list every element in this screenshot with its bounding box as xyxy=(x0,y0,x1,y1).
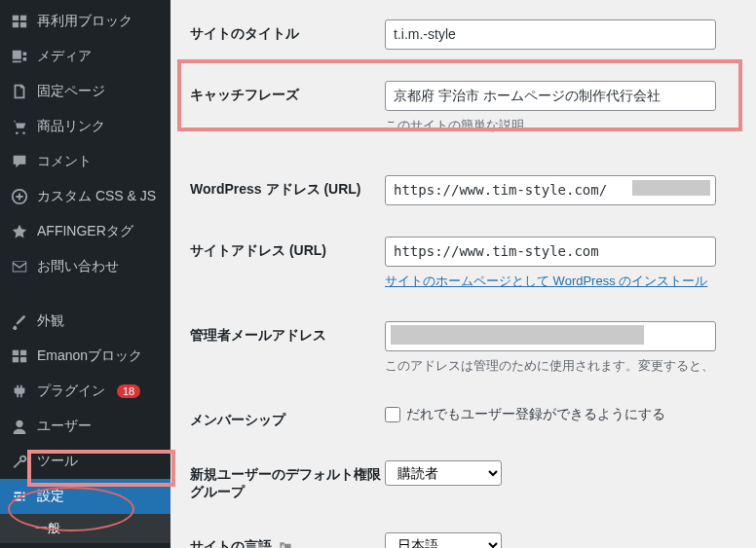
svg-rect-5 xyxy=(13,350,19,355)
label-wp-address: WordPress アドレス (URL) xyxy=(190,175,385,205)
label-default-role: 新規ユーザーのデフォルト権限グループ xyxy=(190,460,385,501)
translate-icon xyxy=(278,540,293,548)
svg-rect-2 xyxy=(13,22,19,27)
sidebar-item-tools[interactable]: ツール xyxy=(0,444,170,479)
sidebar-item-label: メディア xyxy=(37,48,92,65)
page-icon xyxy=(10,82,29,101)
plugin-icon xyxy=(10,382,29,401)
checkbox-label: だれでもユーザー登録ができるようにする xyxy=(406,406,665,423)
plus-icon xyxy=(10,187,29,206)
star-icon xyxy=(10,222,29,241)
submenu-general[interactable]: 一般 xyxy=(0,514,170,543)
wrench-icon xyxy=(10,452,29,471)
row-membership: メンバーシップ だれでもユーザー登録ができるようにする xyxy=(170,390,756,445)
sidebar-item-emanon-blocks[interactable]: Emanonブロック xyxy=(0,339,170,374)
sidebar-item-label: 外観 xyxy=(37,312,64,330)
sidebar-item-label: AFFINGERタグ xyxy=(37,223,133,240)
settings-icon xyxy=(10,487,29,506)
sidebar-item-label: 固定ページ xyxy=(37,83,105,100)
admin-sidebar: 再利用ブロック メディア 固定ページ 商品リンク コメント カスタム CSS &… xyxy=(0,0,170,548)
sidebar-item-label: 再利用ブロック xyxy=(37,13,132,30)
redacted-segment xyxy=(632,180,710,196)
label-site-language: サイトの言語 xyxy=(190,532,385,548)
label-tagline: キャッチフレーズ xyxy=(190,81,385,134)
svg-rect-0 xyxy=(13,16,19,20)
row-default-role: 新規ユーザーのデフォルト権限グループ 購読者 xyxy=(170,445,756,517)
input-site-title[interactable] xyxy=(385,19,716,50)
svg-rect-6 xyxy=(20,350,26,355)
sidebar-item-users[interactable]: ユーザー xyxy=(0,409,170,444)
redacted-email xyxy=(391,325,644,345)
link-site-address-help[interactable]: サイトのホームページとして WordPress のインストール xyxy=(385,274,707,288)
row-site-language: サイトの言語 日本語 xyxy=(170,517,756,548)
plugin-update-badge: 18 xyxy=(117,384,140,398)
sidebar-item-affinger-tag[interactable]: AFFINGERタグ xyxy=(0,214,170,249)
sidebar-item-label: ユーザー xyxy=(37,418,92,435)
sidebar-item-label: お問い合わせ xyxy=(37,258,119,275)
row-site-address: サイトアドレス (URL) サイトのホームページとして WordPress のイ… xyxy=(170,221,756,306)
svg-rect-8 xyxy=(20,357,26,362)
blocks-icon xyxy=(10,347,29,366)
desc-admin-email: このアドレスは管理のために使用されます。変更すると、 xyxy=(385,357,746,375)
user-icon xyxy=(10,417,29,436)
sidebar-item-label: コメント xyxy=(37,153,92,170)
sidebar-item-label: ツール xyxy=(37,453,78,470)
sidebar-item-label: Emanonブロック xyxy=(37,347,142,365)
svg-rect-7 xyxy=(13,357,19,362)
sidebar-item-label: 商品リンク xyxy=(37,118,105,135)
row-admin-email: 管理者メールアドレス このアドレスは管理のために使用されます。変更すると、 xyxy=(170,306,756,390)
desc-tagline: このサイトの簡単な説明。 xyxy=(385,117,746,134)
sidebar-item-label: プラグイン xyxy=(37,383,105,400)
media-icon xyxy=(10,47,29,66)
row-wp-address: WordPress アドレス (URL) xyxy=(170,150,756,221)
select-site-language[interactable]: 日本語 xyxy=(385,532,502,548)
checkbox-membership[interactable] xyxy=(385,407,400,422)
submenu-label: 一般 xyxy=(35,521,60,535)
sidebar-item-appearance[interactable]: 外観 xyxy=(0,304,170,339)
svg-rect-3 xyxy=(20,22,26,27)
sidebar-item-label: カスタム CSS & JS xyxy=(37,188,156,205)
sidebar-item-media[interactable]: メディア xyxy=(0,39,170,74)
cart-icon xyxy=(10,117,29,136)
sidebar-spacer xyxy=(0,284,170,304)
sidebar-item-custom-css-js[interactable]: カスタム CSS & JS xyxy=(0,179,170,214)
mail-icon xyxy=(10,257,29,276)
sidebar-item-plugins[interactable]: プラグイン 18 xyxy=(0,374,170,409)
comment-icon xyxy=(10,152,29,171)
settings-main: サイトのタイトル キャッチフレーズ このサイトの簡単な説明。 WordPress… xyxy=(170,0,756,548)
svg-rect-1 xyxy=(20,16,26,20)
sidebar-item-settings[interactable]: 設定 xyxy=(0,479,170,514)
label-membership: メンバーシップ xyxy=(190,406,385,429)
blocks-icon xyxy=(10,12,29,31)
row-site-title: サイトのタイトル xyxy=(170,0,756,65)
input-tagline[interactable] xyxy=(385,81,716,111)
label-site-title: サイトのタイトル xyxy=(190,19,385,50)
select-default-role[interactable]: 購読者 xyxy=(385,460,502,486)
brush-icon xyxy=(10,311,29,331)
sidebar-item-reusable-blocks[interactable]: 再利用ブロック xyxy=(0,4,170,39)
label-admin-email: 管理者メールアドレス xyxy=(190,321,385,375)
svg-point-9 xyxy=(16,420,22,427)
sidebar-item-pages[interactable]: 固定ページ xyxy=(0,74,170,109)
sidebar-item-label: 設定 xyxy=(37,488,64,505)
sidebar-item-product-links[interactable]: 商品リンク xyxy=(0,109,170,144)
row-tagline: キャッチフレーズ このサイトの簡単な説明。 xyxy=(170,65,756,150)
sidebar-item-comments[interactable]: コメント xyxy=(0,144,170,179)
membership-checkbox-wrapper[interactable]: だれでもユーザー登録ができるようにする xyxy=(385,406,746,423)
sidebar-item-contact[interactable]: お問い合わせ xyxy=(0,249,170,284)
input-site-address[interactable] xyxy=(385,237,716,267)
label-site-address: サイトアドレス (URL) xyxy=(190,237,385,290)
